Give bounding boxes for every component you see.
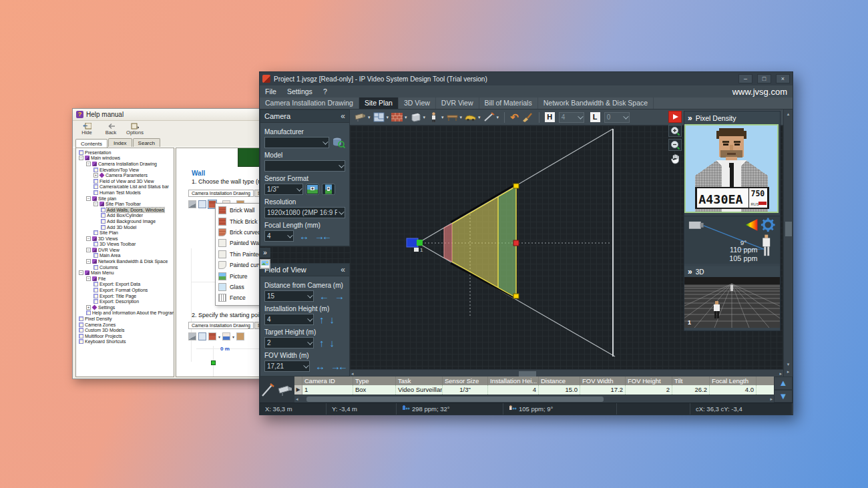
- column-header[interactable]: Sensor Size: [443, 377, 488, 385]
- table-row[interactable]: ▶1BoxVideo Surveillan1/3"415.017.2226.24…: [294, 385, 774, 395]
- column-header[interactable]: Task: [396, 377, 443, 385]
- tree-item[interactable]: Columns: [77, 264, 174, 270]
- main-titlebar[interactable]: Project 1.jvsgz [Read-only] - IP Video S…: [260, 72, 793, 85]
- menu-file[interactable]: File: [265, 87, 276, 95]
- raise-camera-button[interactable]: ↑: [319, 314, 324, 325]
- help-titlebar[interactable]: ? Help manual: [73, 109, 264, 121]
- tree-item[interactable]: Add Box/Cylinder: [77, 213, 174, 219]
- distance-select[interactable]: 15: [264, 290, 314, 302]
- tree-item[interactable]: Keyboard Shortcuts: [77, 339, 174, 345]
- tree-item[interactable]: Custom 3D Models: [77, 327, 174, 333]
- wall-menu-item[interactable]: Painted Wall: [216, 238, 263, 248]
- scroll-right-icon[interactable]: ▸: [779, 371, 782, 377]
- zoom-out-button[interactable]: [668, 139, 682, 151]
- hide-button[interactable]: Hide: [78, 123, 95, 136]
- collapse-node-icon[interactable]: −: [79, 156, 83, 160]
- zoom-in-button[interactable]: [668, 125, 682, 137]
- canvas-vertical-scrollbar[interactable]: ▴ ▾ ▸: [783, 109, 793, 377]
- wall-menu-item[interactable]: Fence: [216, 292, 263, 303]
- collapse-node-icon[interactable]: −: [86, 276, 91, 281]
- minimize-button[interactable]: –: [738, 74, 752, 83]
- tree-item[interactable]: −3D Views: [77, 236, 174, 242]
- decrease-distance-button[interactable]: ←: [319, 290, 329, 302]
- tab-3d-view[interactable]: 3D View: [399, 97, 436, 109]
- close-button[interactable]: ×: [776, 74, 790, 83]
- video-tutorial-button[interactable]: [668, 111, 682, 123]
- object-level-select[interactable]: 0: [604, 112, 630, 123]
- menu-settings[interactable]: Settings: [287, 87, 312, 95]
- add-wall-tool[interactable]: ▾: [391, 111, 407, 123]
- narrow-fov-button[interactable]: →←: [331, 360, 345, 372]
- tree-item[interactable]: −Main Menu: [77, 270, 174, 276]
- collapse-node-icon[interactable]: −: [86, 196, 91, 201]
- column-header[interactable]: Installation Hei...: [488, 377, 539, 385]
- collapse-panel-icon[interactable]: «: [341, 111, 345, 121]
- fov-bottom-handle[interactable]: [513, 294, 519, 298]
- tree-item[interactable]: −Site plan: [77, 196, 174, 202]
- tree-item[interactable]: Elevation/Top View: [77, 167, 174, 173]
- wall-menu-item[interactable]: Thick Brick Wall: [216, 216, 263, 226]
- add-floorplan-tool[interactable]: ▾: [373, 111, 389, 123]
- camera-list-icon[interactable]: [276, 382, 294, 398]
- measure-tool[interactable]: ▾: [483, 111, 499, 123]
- landscape-orientation-icon[interactable]: [306, 184, 319, 195]
- expand-node-icon[interactable]: +: [93, 173, 98, 178]
- table-cell[interactable]: 15.0: [539, 385, 580, 395]
- table-cell[interactable]: 26.2: [672, 385, 710, 395]
- tree-item[interactable]: Multifloor Projects: [77, 333, 174, 339]
- table-cell[interactable]: Video Surveillan: [396, 385, 443, 395]
- increase-distance-button[interactable]: →: [335, 290, 345, 302]
- maximize-button[interactable]: □: [757, 74, 771, 83]
- tab-search[interactable]: Search: [133, 138, 160, 147]
- tree-item[interactable]: −Main windows: [77, 156, 174, 162]
- tree-item[interactable]: Add Walls, Doors, Windows: [77, 207, 174, 213]
- tab-camera-installation-drawing[interactable]: Camera Installation Drawing: [260, 97, 359, 109]
- measure-tool-icon[interactable]: [260, 382, 275, 398]
- tree-item[interactable]: Export: Format Options: [77, 287, 174, 293]
- tab-site-plan[interactable]: Site Plan: [359, 97, 399, 109]
- tree-item[interactable]: Add 3D Model: [77, 224, 174, 230]
- row-up-button[interactable]: ▲: [774, 377, 793, 390]
- tab-bill-of-materials[interactable]: Bill of Materials: [479, 97, 538, 109]
- row-down-button[interactable]: ▼: [774, 390, 793, 403]
- fov-distance-handle[interactable]: [513, 240, 519, 246]
- focal-length-select[interactable]: 4: [264, 230, 294, 242]
- model-select[interactable]: [264, 160, 345, 172]
- add-person-tool[interactable]: ▾: [427, 111, 444, 123]
- table-cell[interactable]: 4: [488, 385, 539, 395]
- collapse-node-icon[interactable]: −: [86, 236, 91, 241]
- collapse-node-icon[interactable]: −: [79, 270, 83, 275]
- row-selector[interactable]: ▶: [294, 385, 302, 395]
- pan-tool-button[interactable]: [668, 153, 682, 165]
- expand-panel-icon[interactable]: »: [260, 248, 270, 258]
- column-header[interactable]: FOV Height: [626, 377, 672, 385]
- lower-camera-button[interactable]: ↓: [330, 314, 335, 325]
- expand-panel-icon[interactable]: »: [688, 267, 692, 276]
- resolution-select[interactable]: 1920x1080 (2MP 16:9 FullHD: [264, 207, 345, 218]
- tab-dvr-view[interactable]: DVR View: [436, 97, 479, 109]
- tree-item[interactable]: Add Background Image: [77, 218, 174, 224]
- undo-button[interactable]: ↶: [510, 111, 519, 124]
- tree-item[interactable]: +Settings: [77, 304, 174, 310]
- add-furniture-tool[interactable]: ▾: [446, 111, 463, 123]
- wall-menu-item[interactable]: Brick curved wall: [216, 227, 263, 238]
- table-cell[interactable]: 1: [302, 385, 353, 395]
- options-button[interactable]: Options: [126, 123, 144, 136]
- pixel-density-header[interactable]: » Pixel Density: [684, 111, 780, 124]
- tree-item[interactable]: Presentation: [77, 150, 174, 156]
- sensor-format-select[interactable]: 1/3": [264, 184, 303, 195]
- table-cell[interactable]: 2: [626, 385, 672, 395]
- table-cell[interactable]: 4.0: [710, 385, 756, 395]
- wall-menu-item[interactable]: Painted curved w: [216, 260, 263, 270]
- tree-item[interactable]: Field of View and 3D View: [77, 178, 174, 184]
- lower-target-button[interactable]: ↓: [330, 337, 335, 348]
- installation-height-select[interactable]: 4: [264, 314, 314, 325]
- tree-item[interactable]: Export: Title Page: [77, 293, 174, 299]
- settings-gear-icon[interactable]: [761, 218, 775, 232]
- add-vehicle-tool[interactable]: ▾: [464, 111, 481, 123]
- tab-index[interactable]: Index: [108, 138, 132, 147]
- tree-item[interactable]: Camera Zones: [77, 322, 174, 328]
- 3d-preview-header[interactable]: » 3D: [684, 266, 780, 277]
- tree-item[interactable]: Pixel Density: [77, 316, 174, 322]
- table-cell[interactable]: Box: [353, 385, 396, 395]
